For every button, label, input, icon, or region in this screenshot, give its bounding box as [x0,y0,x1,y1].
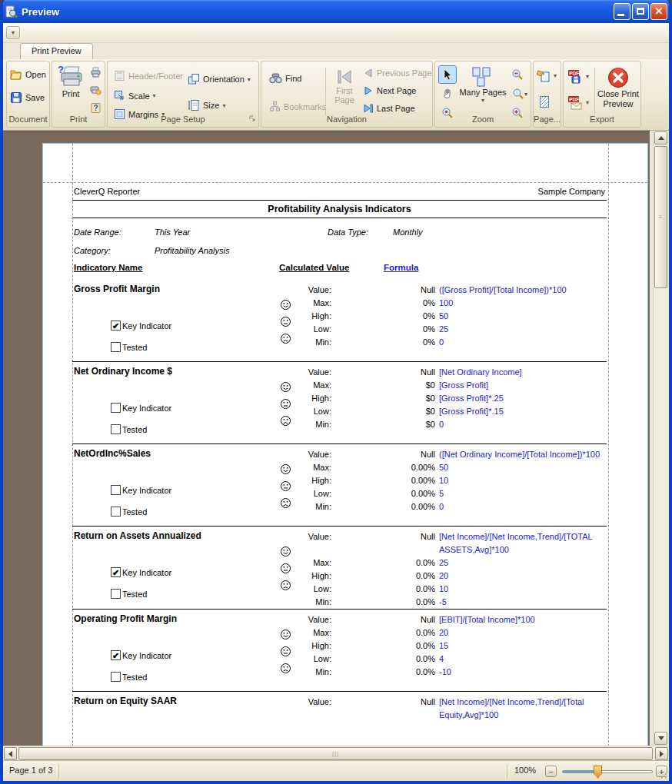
checkbox-label: Tested [122,507,147,517]
watermark-button[interactable]: ▾ [537,69,557,82]
key-indicator-checkbox[interactable]: Key Indicator [111,321,171,331]
orientation-button[interactable]: Orientation▾ [188,73,251,85]
vertical-scrollbar[interactable]: ≡ [653,131,667,746]
close-button[interactable]: ✕ [650,3,667,20]
checkbox-box[interactable] [111,485,121,495]
group-print: ? Print [52,61,105,128]
threshold-smileys [280,546,291,591]
checkbox-label: Key Indicator [122,651,171,660]
tested-checkbox[interactable]: Tested [111,342,147,352]
vertical-scroll-thumb[interactable]: ≡ [654,146,667,288]
header-footer-icon [114,70,125,81]
value-row-value: 0% [331,297,435,310]
horizontal-scroll-thumb[interactable]: ||| [18,747,653,760]
print-dialog-button[interactable] [88,82,103,98]
zoom-slider-thumb[interactable] [594,766,602,779]
close-print-preview-icon [607,66,630,89]
print-button[interactable]: ? Print [55,65,86,98]
print-help-button[interactable]: ? [88,100,103,115]
scroll-left-button[interactable] [4,747,17,760]
next-page-button[interactable]: Next Page [363,85,416,96]
checkbox-box[interactable] [111,403,121,413]
value-row-formula: [Net Ordinary Income] [435,366,607,379]
minimize-button[interactable] [614,3,630,20]
checkbox-box[interactable] [111,672,121,682]
open-button[interactable]: Open [10,68,46,81]
indicator-section: Return on Equity SAAR Value:Null[Net Inc… [72,692,607,723]
zoom-slider-track[interactable] [562,770,653,773]
checkbox-box[interactable] [111,650,121,660]
scale-button[interactable]: Scale▾ [114,90,156,101]
indicator-sections: Gross Profit Margin Key Indicator Tested [72,280,607,723]
quick-print-button[interactable] [88,65,103,80]
bookmarks-icon [269,101,281,112]
checkbox-box[interactable] [111,567,121,577]
indicator-section: Gross Profit Margin Key Indicator Tested [72,280,607,362]
many-pages-button[interactable]: Many Pages ▾ [458,66,507,104]
checkbox-box[interactable] [111,424,121,434]
key-indicator-checkbox[interactable]: Key Indicator [111,650,171,660]
zoom-out-slider-button[interactable]: − [545,766,557,777]
tested-checkbox[interactable]: Tested [111,672,147,682]
key-indicator-checkbox[interactable]: Key Indicator [111,485,171,495]
save-button[interactable]: Save [10,91,45,104]
checkbox-box[interactable] [111,507,121,517]
smiley-neutral-icon [280,398,291,410]
report-app-name: CleverQ Reporter [74,187,140,196]
pdf-email-icon: PDF [567,95,583,110]
next-page-icon [363,85,374,96]
resize-grip[interactable] [658,770,667,779]
indicator-value-row: Value:Null[Net Ordinary Income] [228,366,607,379]
indicator-name: Return on Assets Annualized [74,530,201,541]
value-row-value: Null [331,366,435,379]
status-bar: Page 1 of 3 100% − + [3,760,669,781]
indicator-section: Return on Assets Annualized Key Indicato… [72,527,607,610]
checkbox-label: Tested [122,590,147,599]
size-button[interactable]: Size▾ [188,99,225,111]
close-print-preview-button[interactable]: Close Print Preview [597,66,639,109]
scale-icon [114,90,125,101]
scroll-up-button[interactable] [654,131,667,145]
maximize-button[interactable] [632,3,649,20]
toolbar-options-button[interactable]: ▾ [6,26,20,39]
tested-checkbox[interactable]: Tested [111,424,147,434]
key-indicator-checkbox[interactable]: Key Indicator [111,403,171,413]
column-formula-link[interactable]: Formula [384,263,418,272]
value-row-label: Value: [228,366,331,379]
export-pdf-file-button[interactable]: PDF ▾ [567,69,589,84]
last-page-button[interactable]: Last Page [363,103,415,114]
checkbox-box[interactable] [111,342,121,352]
group-zoom: Many Pages ▾ ▾ [434,61,531,128]
value-row-formula: ([Net Ordinary Income]/[Total Income])*1… [435,448,607,461]
printer-icon: ? [57,65,85,89]
checkbox-label: Tested [122,425,147,434]
indicator-value-row: Value:Null([Net Ordinary Income]/[Total … [228,448,607,461]
pointer-tool-button[interactable] [438,65,457,84]
horizontal-scrollbar[interactable]: ||| [3,746,669,760]
scroll-right-button[interactable] [655,747,668,760]
tab-print-preview[interactable]: Print Preview [20,43,93,59]
value-row-formula: [Net Income]/[Net Income,Trend]/[Total E… [435,696,607,722]
smiley-sad-icon [280,415,291,427]
zoom-out-button[interactable] [509,65,527,84]
tested-checkbox[interactable]: Tested [111,507,147,517]
group-label-page-setup: Page Setup [108,115,258,126]
value-row-formula: 10 [435,583,607,596]
page-setup-dialog-launcher[interactable] [249,111,256,125]
group-document: Open Save Document [6,61,50,128]
checkbox-box[interactable] [111,321,121,331]
scroll-down-button[interactable] [654,732,667,745]
value-row-label: Value: [228,696,331,722]
page-color-button[interactable] [538,95,551,108]
zoom-level-button[interactable]: ▾ [509,85,531,103]
value-row-value: 0.0% [331,653,435,666]
last-page-icon [363,103,374,114]
checkbox-box[interactable] [111,589,121,599]
value-row-formula: [Gross Profit]*.25 [435,392,607,405]
key-indicator-checkbox[interactable]: Key Indicator [111,567,171,577]
find-button[interactable]: Find [269,73,301,84]
hand-tool-button[interactable] [438,85,457,103]
tested-checkbox[interactable]: Tested [111,589,147,599]
export-pdf-email-button[interactable]: PDF ▾ [567,95,589,110]
page-indicator: Page 1 of 3 [9,766,52,775]
